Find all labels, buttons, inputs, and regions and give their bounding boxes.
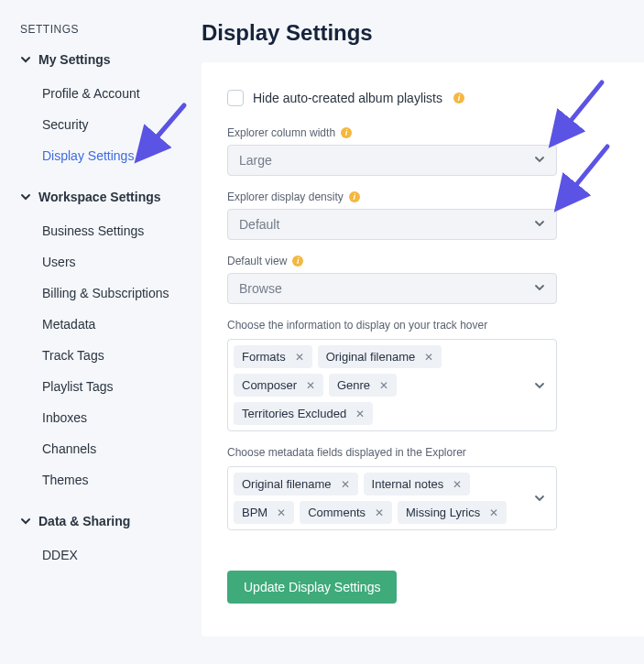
tag: Original filename✕: [234, 473, 358, 495]
settings-panel: Hide auto-created album playlists i Expl…: [202, 62, 644, 637]
chevron-down-icon: [534, 281, 545, 296]
nav-group-data-sharing: Data & Sharing DDEX: [20, 514, 191, 571]
nav-group-workspace: Workspace Settings Business Settings Use…: [20, 190, 191, 495]
sidebar-title: SETTINGS: [20, 23, 191, 36]
chevron-down-icon: [534, 217, 545, 232]
chevron-down-icon[interactable]: [529, 473, 551, 524]
nav-section-data-sharing[interactable]: Data & Sharing: [20, 514, 191, 528]
page-title: Display Settings: [202, 20, 644, 46]
tag: Internal notes✕: [364, 473, 471, 495]
remove-tag-icon[interactable]: ✕: [379, 379, 388, 392]
select-value: Default: [239, 217, 279, 232]
nav-section-label: My Settings: [38, 52, 111, 67]
main-content: Display Settings Hide auto-created album…: [202, 0, 644, 637]
chevron-down-icon: [20, 190, 33, 203]
tag: Missing Lyrics✕: [398, 501, 507, 524]
hide-playlists-label: Hide auto-created album playlists: [253, 91, 442, 105]
density-label: Explorer display density i: [227, 190, 618, 203]
sidebar-item-users[interactable]: Users: [20, 246, 191, 278]
hover-fields-select[interactable]: Formats✕ Original filename✕ Composer✕ Ge…: [227, 339, 557, 431]
default-view-label: Default view i: [227, 255, 618, 267]
info-icon[interactable]: i: [349, 191, 360, 202]
hide-playlists-checkbox[interactable]: [227, 90, 244, 106]
sidebar-item-themes[interactable]: Themes: [20, 464, 191, 495]
explorer-fields-select[interactable]: Original filename✕ Internal notes✕ BPM✕ …: [227, 466, 557, 530]
hover-fields-label: Choose the information to display on you…: [227, 319, 618, 332]
info-icon[interactable]: i: [453, 93, 464, 103]
remove-tag-icon[interactable]: ✕: [306, 379, 315, 392]
nav-group-my-settings: My Settings Profile & Account Security D…: [20, 52, 191, 171]
chevron-down-icon: [20, 515, 33, 528]
sidebar-item-channels[interactable]: Channels: [20, 433, 191, 464]
remove-tag-icon[interactable]: ✕: [277, 506, 286, 519]
explorer-width-select[interactable]: Large: [227, 145, 557, 176]
sidebar-item-inboxes[interactable]: Inboxes: [20, 402, 191, 433]
sidebar-item-ddex[interactable]: DDEX: [20, 539, 191, 571]
remove-tag-icon[interactable]: ✕: [489, 506, 498, 519]
nav-section-my-settings[interactable]: My Settings: [20, 52, 191, 67]
sidebar-item-profile[interactable]: Profile & Account: [20, 78, 191, 109]
sidebar-item-business[interactable]: Business Settings: [20, 215, 191, 246]
density-select[interactable]: Default: [227, 209, 557, 240]
sidebar: SETTINGS My Settings Profile & Account S…: [0, 0, 202, 637]
remove-tag-icon[interactable]: ✕: [295, 351, 304, 364]
explorer-fields-label: Choose metadata fields displayed in the …: [227, 446, 618, 459]
sidebar-item-security[interactable]: Security: [20, 109, 191, 140]
nav-section-label: Workspace Settings: [38, 190, 161, 204]
select-value: Browse: [239, 281, 282, 296]
remove-tag-icon[interactable]: ✕: [355, 408, 365, 420]
sidebar-item-track-tags[interactable]: Track Tags: [20, 340, 191, 371]
sidebar-item-playlist-tags[interactable]: Playlist Tags: [20, 371, 191, 402]
explorer-width-label: Explorer column width i: [227, 126, 618, 139]
chevron-down-icon: [20, 53, 33, 66]
update-button[interactable]: Update Display Settings: [227, 571, 397, 604]
tag: Composer✕: [234, 374, 323, 397]
tag: BPM✕: [234, 501, 294, 524]
nav-section-label: Data & Sharing: [38, 514, 130, 528]
tag: Original filename✕: [318, 345, 442, 368]
info-icon[interactable]: i: [292, 256, 303, 267]
default-view-select[interactable]: Browse: [227, 273, 557, 304]
tag-area: Original filename✕ Internal notes✕ BPM✕ …: [234, 473, 529, 524]
tag-area: Formats✕ Original filename✕ Composer✕ Ge…: [234, 345, 529, 425]
remove-tag-icon[interactable]: ✕: [424, 351, 433, 364]
sidebar-item-billing[interactable]: Billing & Subscriptions: [20, 278, 191, 309]
tag: Territories Excluded✕: [234, 402, 373, 425]
remove-tag-icon[interactable]: ✕: [341, 478, 350, 491]
chevron-down-icon[interactable]: [529, 345, 551, 425]
remove-tag-icon[interactable]: ✕: [375, 506, 384, 519]
remove-tag-icon[interactable]: ✕: [453, 478, 462, 491]
tag: Genre✕: [329, 374, 397, 397]
sidebar-item-metadata[interactable]: Metadata: [20, 309, 191, 340]
tag: Formats✕: [234, 345, 312, 368]
nav-section-workspace[interactable]: Workspace Settings: [20, 190, 191, 204]
select-value: Large: [239, 153, 272, 168]
info-icon[interactable]: i: [341, 127, 352, 138]
sidebar-item-display-settings[interactable]: Display Settings: [20, 140, 191, 171]
hide-playlists-row: Hide auto-created album playlists i: [227, 90, 618, 106]
tag: Comments✕: [300, 501, 392, 524]
chevron-down-icon: [534, 153, 545, 168]
